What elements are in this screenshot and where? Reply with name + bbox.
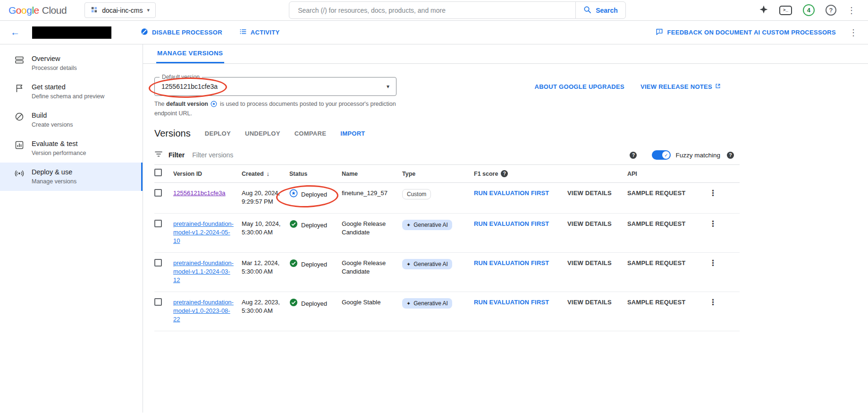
versions-toolbar: Versions DEPLOY UNDEPLOY COMPARE IMPORT xyxy=(154,128,740,139)
row-menu-icon[interactable]: ⋮ xyxy=(704,258,717,267)
view-details-button[interactable]: VIEW DETAILS xyxy=(567,299,612,306)
sidebar-item-subtitle: Manage versions xyxy=(32,178,76,186)
sidebar-item-title: Overview xyxy=(32,54,77,63)
project-selector[interactable]: docai-inc-cms ▾ xyxy=(84,2,156,18)
activity-button[interactable]: ACTIVITY xyxy=(239,28,280,37)
sparkle-icon: ✦ xyxy=(406,260,411,268)
project-name: docai-inc-cms xyxy=(102,7,143,14)
disable-processor-button[interactable]: DISABLE PROCESSOR xyxy=(141,28,222,37)
chevron-down-icon: ▾ xyxy=(387,83,389,90)
undeploy-button[interactable]: UNDEPLOY xyxy=(245,130,280,137)
notifications-badge[interactable]: 4 xyxy=(803,4,815,16)
sidebar-item-subtitle: Create versions xyxy=(32,121,73,129)
name-cell: Google Release Candidate xyxy=(342,220,402,237)
sidebar: Overview Processor details Get started D… xyxy=(0,44,143,413)
type-chip: Custom xyxy=(402,189,431,199)
sparkle-icon: ✦ xyxy=(406,299,411,308)
google-cloud-logo: Google Cloud xyxy=(8,5,67,16)
fuzzy-matching-toggle[interactable]: ✓ xyxy=(652,150,671,160)
row-menu-icon[interactable]: ⋮ xyxy=(704,219,717,228)
column-created[interactable]: Created ↓ xyxy=(242,170,289,178)
view-details-button[interactable]: VIEW DETAILS xyxy=(567,189,612,197)
view-details-button[interactable]: VIEW DETAILS xyxy=(567,220,612,227)
gemini-sparkle-icon[interactable] xyxy=(759,5,768,16)
column-f1-label: F1 score xyxy=(474,170,498,178)
default-version-select[interactable]: Default version 12556121bc1cfe3a ▾ xyxy=(154,77,396,96)
sample-request-button[interactable]: SAMPLE REQUEST xyxy=(627,189,685,197)
default-version-helper-text: The default version is used to process d… xyxy=(154,100,412,118)
flag-icon xyxy=(14,83,25,101)
version-id-link[interactable]: pretrained-foundation-model-v1.0-2023-08… xyxy=(173,299,234,323)
import-button[interactable]: IMPORT xyxy=(340,130,365,137)
status-label: Deployed xyxy=(301,221,327,230)
status-label: Deployed xyxy=(301,260,327,269)
name-cell: Google Stable xyxy=(342,298,402,307)
external-link-icon xyxy=(715,83,721,90)
view-details-button[interactable]: VIEW DETAILS xyxy=(567,259,612,267)
default-version-value: 12556121bc1cfe3a xyxy=(161,83,218,90)
sidebar-item-deploy-use[interactable]: Deploy & use Manage versions xyxy=(0,163,143,191)
filter-bar: Filter ? ✓ Fuzzy matching ? xyxy=(154,146,740,163)
deployed-check-icon xyxy=(289,298,298,309)
project-icon xyxy=(91,6,98,15)
sidebar-item-evaluate-test[interactable]: Evaluate & test Version performance xyxy=(0,134,143,163)
help-icon[interactable]: ? xyxy=(630,152,637,159)
run-evaluation-button[interactable]: RUN EVALUATION FIRST xyxy=(474,259,549,267)
filter-icon xyxy=(154,150,163,160)
help-icon[interactable]: ? xyxy=(727,152,734,159)
tab-manage-versions[interactable]: MANAGE VERSIONS xyxy=(156,44,224,63)
feedback-bubble-icon xyxy=(656,28,663,37)
version-id-link[interactable]: pretrained-foundation-model-v1.1-2024-03… xyxy=(173,259,234,284)
help-icon[interactable]: ? xyxy=(501,170,508,177)
sidebar-item-build[interactable]: Build Create versions xyxy=(0,106,143,134)
build-icon xyxy=(14,112,25,129)
search-button[interactable]: Search xyxy=(575,1,626,19)
view-release-notes-link[interactable]: VIEW RELEASE NOTES xyxy=(640,83,721,90)
logo-cloud-text: Cloud xyxy=(42,5,67,16)
version-id-link[interactable]: pretrained-foundation-model-v1.2-2024-05… xyxy=(173,220,234,244)
compare-button[interactable]: COMPARE xyxy=(295,130,327,137)
versions-table: Version ID Created ↓ Status Name Type F1… xyxy=(154,164,740,331)
about-google-upgrades-link[interactable]: ABOUT GOOGLE UPGRADES xyxy=(534,83,624,90)
disable-icon xyxy=(141,28,148,37)
status-cell: Deployed xyxy=(289,189,342,200)
cloud-shell-icon[interactable]: >_ xyxy=(779,6,792,15)
column-api: API xyxy=(627,170,704,178)
status-label: Deployed xyxy=(301,190,327,199)
search-input[interactable] xyxy=(289,1,576,19)
upgrade-links: ABOUT GOOGLE UPGRADES VIEW RELEASE NOTES xyxy=(534,83,721,90)
help-icon[interactable]: ? xyxy=(826,5,836,16)
row-checkbox[interactable] xyxy=(154,298,162,306)
filter-input[interactable] xyxy=(192,151,630,159)
row-menu-icon[interactable]: ⋮ xyxy=(704,189,717,198)
row-checkbox[interactable] xyxy=(154,189,162,197)
row-checkbox[interactable] xyxy=(154,220,162,227)
bar-chart-icon xyxy=(14,140,25,157)
logo-letter: o xyxy=(16,5,21,16)
name-cell: finetune_129_57 xyxy=(342,189,402,198)
default-version-row: Default version 12556121bc1cfe3a ▾ ABOUT… xyxy=(154,77,740,96)
sample-request-button[interactable]: SAMPLE REQUEST xyxy=(627,220,685,227)
run-evaluation-button[interactable]: RUN EVALUATION FIRST xyxy=(474,189,549,197)
deploy-button[interactable]: DEPLOY xyxy=(205,130,231,137)
column-f1-score: F1 score ? xyxy=(474,170,567,178)
select-all-checkbox[interactable] xyxy=(154,169,162,176)
back-arrow-icon[interactable]: ← xyxy=(10,27,20,38)
sample-request-button[interactable]: SAMPLE REQUEST xyxy=(627,259,685,267)
version-id-link[interactable]: 12556121bc1cfe3a xyxy=(173,189,226,197)
type-chip: ✦Generative AI xyxy=(402,259,452,269)
processor-overflow-icon[interactable]: ⋮ xyxy=(849,27,858,38)
search-button-label: Search xyxy=(596,7,618,14)
row-checkbox[interactable] xyxy=(154,259,162,267)
overflow-menu-icon[interactable]: ⋮ xyxy=(847,5,856,16)
status-cell: Deployed xyxy=(289,259,342,270)
redacted-processor-name xyxy=(32,26,111,39)
run-evaluation-button[interactable]: RUN EVALUATION FIRST xyxy=(474,220,549,227)
feedback-button[interactable]: FEEDBACK ON DOCUMENT AI CUSTOM PROCESSOR… xyxy=(656,28,836,37)
deployed-check-icon xyxy=(289,259,298,270)
sidebar-item-overview[interactable]: Overview Processor details xyxy=(0,49,143,77)
row-menu-icon[interactable]: ⋮ xyxy=(704,298,717,307)
run-evaluation-button[interactable]: RUN EVALUATION FIRST xyxy=(474,299,549,306)
sample-request-button[interactable]: SAMPLE REQUEST xyxy=(627,299,685,306)
sidebar-item-get-started[interactable]: Get started Define schema and preview xyxy=(0,77,143,106)
